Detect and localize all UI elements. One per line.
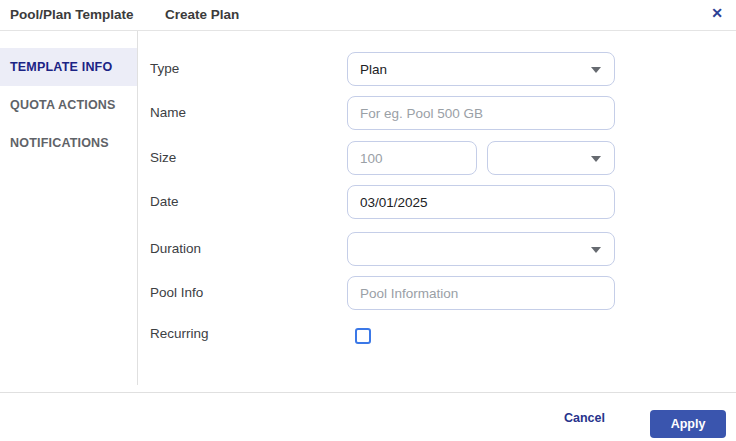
cancel-button[interactable]: Cancel: [554, 404, 615, 432]
date-row: Date: [150, 185, 615, 219]
create-plan-dialog: Pool/Plan Template Create Plan ✕ TEMPLAT…: [0, 0, 736, 441]
type-select-value: Plan: [360, 62, 387, 77]
dialog-title: Pool/Plan Template: [10, 0, 134, 30]
pool-info-input[interactable]: [347, 276, 615, 310]
dialog-footer: Cancel Apply: [0, 392, 736, 441]
duration-row: Duration: [150, 232, 615, 266]
dialog-sidebar: TEMPLATE INFO QUOTA ACTIONS NOTIFICATION…: [0, 31, 138, 385]
recurring-label: Recurring: [150, 324, 209, 344]
duration-select[interactable]: [347, 232, 615, 266]
size-label: Size: [150, 141, 176, 175]
size-row: Size: [150, 141, 615, 175]
sidebar-item-template-info[interactable]: TEMPLATE INFO: [0, 48, 137, 86]
close-icon[interactable]: ✕: [706, 2, 728, 24]
name-row: Name: [150, 96, 615, 130]
size-input[interactable]: [347, 141, 477, 175]
pool-info-row: Pool Info: [150, 276, 615, 310]
sidebar-item-quota-actions[interactable]: QUOTA ACTIONS: [0, 86, 137, 124]
type-row: Type Plan: [150, 52, 615, 86]
sidebar-item-notifications[interactable]: NOTIFICATIONS: [0, 124, 137, 162]
dialog-header: Pool/Plan Template Create Plan ✕: [0, 0, 736, 31]
recurring-checkbox[interactable]: [355, 328, 371, 344]
date-label: Date: [150, 185, 179, 219]
recurring-row: Recurring: [150, 328, 615, 348]
type-label: Type: [150, 52, 179, 86]
apply-button[interactable]: Apply: [650, 410, 726, 438]
chevron-down-icon: [591, 247, 601, 253]
type-select[interactable]: Plan: [347, 52, 615, 86]
date-input[interactable]: [347, 185, 615, 219]
name-label: Name: [150, 96, 186, 130]
dialog-subtitle: Create Plan: [165, 0, 239, 30]
chevron-down-icon: [591, 156, 601, 162]
name-input[interactable]: [347, 96, 615, 130]
pool-info-label: Pool Info: [150, 276, 203, 310]
size-unit-select[interactable]: [487, 141, 615, 175]
duration-label: Duration: [150, 232, 201, 266]
template-info-form: Type Plan Name Size Date Duration: [138, 31, 736, 385]
chevron-down-icon: [591, 67, 601, 73]
